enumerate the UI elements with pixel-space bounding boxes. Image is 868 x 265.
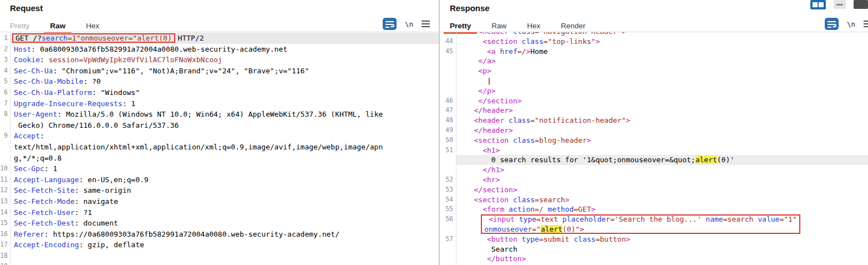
- line-number: 55: [440, 204, 453, 214]
- code-row[interactable]: g,*/*;q=0.8: [0, 153, 439, 164]
- line-number: 2: [0, 44, 8, 55]
- code-row[interactable]: 11Accept-Language: en-US,en;q=0.9: [0, 174, 439, 186]
- code-row[interactable]: <p>: [440, 66, 868, 76]
- code-row[interactable]: 1GET /?search=1"onmouseover="alert(0) HT…: [0, 33, 439, 44]
- line-number: 53: [440, 185, 453, 195]
- line-number: 19: [0, 261, 8, 265]
- line-number: 10: [0, 163, 8, 174]
- line-content: Upgrade-Insecure-Requests: 1: [10, 98, 439, 109]
- line-content: <section class=blog-header>: [456, 136, 868, 146]
- line-number: 46: [440, 96, 453, 106]
- code-row[interactable]: 18: [0, 251, 439, 262]
- line-number: 15: [0, 218, 8, 229]
- minimize-icon[interactable]: [834, 0, 846, 9]
- tab-hex[interactable]: Hex: [86, 21, 99, 31]
- menu-icon[interactable]: [422, 21, 430, 27]
- code-row[interactable]: 45 <a href=/>Home: [440, 47, 868, 57]
- code-row[interactable]: 8User-Agent: Mozilla/5.0 (Windows NT 10.…: [0, 109, 439, 120]
- code-row[interactable]: 5Sec-Ch-Ua-Mobile: ?0: [0, 76, 439, 87]
- word-wrap-icon[interactable]: [825, 18, 839, 30]
- menu-icon[interactable]: [864, 21, 868, 27]
- code-row[interactable]: 49 </header>: [440, 126, 868, 136]
- code-row[interactable]: 17Accept-Encoding: gzip, deflate: [0, 239, 439, 251]
- tab-pretty[interactable]: Pretty: [450, 21, 471, 31]
- code-row[interactable]: 7Upgrade-Insecure-Requests: 1: [0, 98, 439, 109]
- line-number: 11: [0, 174, 8, 186]
- line-content: <input type=text placeholder='Search the…: [456, 214, 868, 224]
- code-row[interactable]: Search: [440, 244, 868, 254]
- code-row[interactable]: </h1>: [440, 165, 868, 175]
- code-row[interactable]: 2Host: 0a68009303a76fb582991a72004a0080.…: [0, 44, 439, 55]
- response-tabs: PrettyRawHexRender: [450, 21, 606, 32]
- line-number: 1: [0, 33, 8, 44]
- code-row[interactable]: </button>: [440, 254, 868, 264]
- line-content: </button>: [456, 254, 868, 264]
- word-wrap-icon[interactable]: [383, 18, 397, 30]
- code-row[interactable]: Gecko) Chrome/116.0.0.0 Safari/537.36: [0, 120, 439, 131]
- code-row[interactable]: 15Sec-Fetch-Dest: document: [0, 218, 439, 229]
- line-content: [10, 251, 439, 262]
- line-number: 5: [0, 76, 8, 87]
- code-row[interactable]: 48 <header class="notification-header">: [440, 116, 868, 126]
- code-row[interactable]: 16Referer: https://0a68009303a76fb582991…: [0, 229, 439, 240]
- line-number: [440, 254, 453, 264]
- code-row[interactable]: 4Sec-Ch-Ua: "Chromium";v="116", "Not)A;B…: [0, 66, 439, 77]
- line-number: 52: [440, 175, 453, 185]
- code-row[interactable]: 52 <hr>: [440, 175, 868, 185]
- code-row[interactable]: 55 <form action=/ method=GET>: [440, 204, 868, 214]
- annotation-target: <input type=text placeholder='Search the…: [487, 215, 799, 223]
- code-row[interactable]: 47 </header>: [440, 106, 868, 116]
- code-row[interactable]: 14Sec-Fetch-User: ?1: [0, 207, 439, 218]
- code-row[interactable]: 10Sec-Gpc: 1: [0, 163, 439, 174]
- tab-pretty[interactable]: Pretty: [10, 21, 29, 31]
- line-content: Sec-Ch-Ua-Platform: "Windows": [10, 87, 439, 98]
- line-number: 9: [0, 131, 8, 142]
- line-number: 56: [440, 214, 453, 224]
- code-row[interactable]: 46 </section>: [440, 96, 868, 106]
- code-row[interactable]: 6Sec-Ch-Ua-Platform: "Windows": [0, 87, 439, 98]
- code-row[interactable]: text/html,application/xhtml+xml,applicat…: [0, 142, 439, 153]
- line-content: GET /?search=1"onmouseover="alert(0) HTT…: [10, 33, 439, 44]
- newline-toggle[interactable]: \n: [847, 20, 855, 28]
- tab-raw[interactable]: Raw: [491, 21, 506, 31]
- code-row[interactable]: 43 <header class="navigation-header">: [440, 32, 868, 37]
- code-row[interactable]: 13Sec-Fetch-Mode: navigate: [0, 196, 439, 207]
- code-row[interactable]: 56 <input type=text placeholder='Search …: [440, 214, 868, 224]
- line-number: [0, 142, 8, 153]
- newline-toggle[interactable]: \n: [405, 20, 413, 28]
- request-tabs: PrettyRawHex: [10, 21, 120, 32]
- line-content: </h1>: [456, 165, 868, 175]
- line-content: Referer: https://0a68009303a76fb582991a7…: [10, 229, 439, 240]
- code-row[interactable]: 54 <section class=search>: [440, 195, 868, 205]
- line-content: <hr>: [456, 175, 868, 185]
- code-row[interactable]: |: [440, 76, 868, 86]
- split-view-button[interactable]: [810, 0, 826, 9]
- response-editor[interactable]: 43 <header class="navigation-header">44 …: [440, 32, 868, 265]
- request-editor[interactable]: 1GET /?search=1"onmouseover="alert(0) HT…: [0, 32, 439, 265]
- line-number: 49: [440, 126, 453, 136]
- line-content: text/html,application/xhtml+xml,applicat…: [10, 142, 439, 153]
- line-number: 18: [0, 251, 8, 262]
- line-number: 12: [0, 185, 8, 196]
- code-row[interactable]: 12Sec-Fetch-Site: same-origin: [0, 185, 439, 196]
- code-row[interactable]: 3Cookie: session=VpWdWyIpkz0VfVilAC7loFN…: [0, 54, 439, 66]
- code-row[interactable]: onmouseover="alert(0)">: [440, 224, 868, 234]
- code-row[interactable]: 53 </section>: [440, 185, 868, 195]
- code-row[interactable]: </p>: [440, 86, 868, 96]
- tab-render[interactable]: Render: [561, 21, 585, 31]
- code-row[interactable]: 44 <section class="top-links">: [440, 37, 868, 47]
- tab-hex[interactable]: Hex: [527, 21, 540, 31]
- code-row[interactable]: 51 <h1>: [440, 146, 868, 156]
- line-content: Sec-Fetch-Dest: document: [10, 218, 439, 229]
- code-row[interactable]: 19: [0, 261, 439, 265]
- code-row[interactable]: 50 <section class=blog-header>: [440, 136, 868, 146]
- code-row[interactable]: 57 <button type=submit class=button>: [440, 234, 868, 244]
- tab-raw[interactable]: Raw: [50, 21, 65, 31]
- line-content: </header>: [456, 106, 868, 116]
- line-content: Accept:: [10, 131, 439, 142]
- more-panel-icon[interactable]: [854, 0, 868, 9]
- code-row[interactable]: 0 search results for '1&quot;onmouseover…: [440, 155, 868, 165]
- code-row[interactable]: 9Accept:: [0, 131, 439, 142]
- code-row[interactable]: </a>: [440, 56, 868, 66]
- line-content: <button type=submit class=button>: [456, 234, 868, 244]
